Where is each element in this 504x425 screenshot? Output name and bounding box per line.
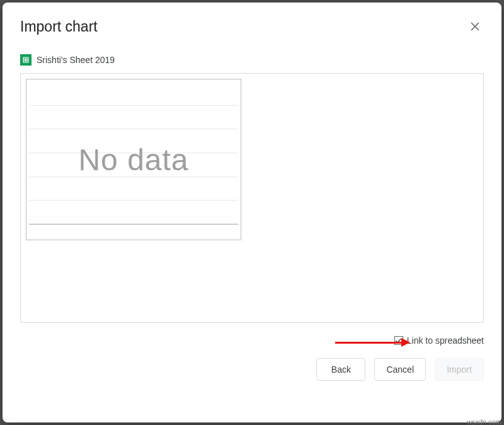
close-icon xyxy=(471,22,479,31)
no-data-label: No data xyxy=(78,143,188,177)
chart-preview-panel: No data xyxy=(20,73,484,323)
link-to-spreadsheet-label[interactable]: Link to spreadsheet xyxy=(407,335,484,346)
dialog-title: Import chart xyxy=(20,18,98,35)
watermark: wsxdn.com xyxy=(467,418,501,425)
dialog-footer: Back Cancel Import xyxy=(20,358,484,381)
import-button: Import xyxy=(435,358,484,381)
sheets-icon xyxy=(20,54,32,66)
cancel-button[interactable]: Cancel xyxy=(374,358,426,381)
source-sheet-row: Srishti's Sheet 2019 xyxy=(20,54,484,66)
back-button[interactable]: Back xyxy=(316,358,365,381)
source-sheet-name: Srishti's Sheet 2019 xyxy=(37,55,115,65)
chart-thumbnail[interactable]: No data xyxy=(26,79,241,240)
link-to-spreadsheet-checkbox[interactable] xyxy=(394,336,403,345)
dialog-header: Import chart xyxy=(20,18,484,35)
import-chart-dialog: Import chart Srishti's Sheet 2019 xyxy=(3,3,501,422)
checkmark-icon xyxy=(395,337,402,344)
close-button[interactable] xyxy=(466,18,484,35)
link-option-row: Link to spreadsheet xyxy=(20,335,484,346)
